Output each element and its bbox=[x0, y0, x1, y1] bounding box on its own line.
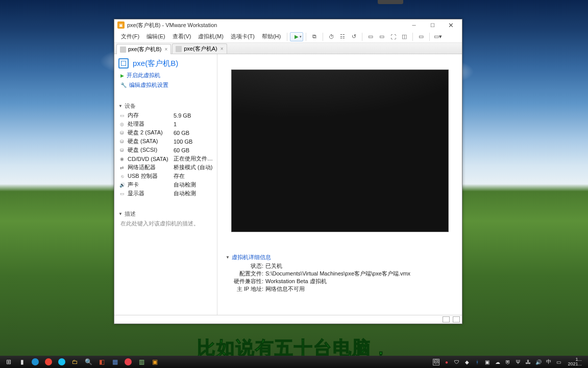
vm-screen-preview[interactable] bbox=[231, 70, 449, 232]
edit-settings-link[interactable]: 🔧 编辑虚拟机设置 bbox=[114, 80, 217, 90]
menu-view[interactable]: 查看(V) bbox=[169, 31, 195, 42]
taskbar-terminal-icon[interactable]: ▮ bbox=[15, 356, 29, 367]
tab-vm-icon bbox=[120, 47, 126, 53]
menubar: 文件(F) 编辑(E) 查看(V) 虚拟机(M) 选项卡(T) 帮助(H) ▶▾… bbox=[114, 31, 462, 43]
detail-key: 配置文件: bbox=[228, 270, 263, 278]
vm-main-pane: ▼ 虚拟机详细信息 状态:已关机配置文件:S:\Documents\Virtua… bbox=[217, 54, 462, 315]
device-row[interactable]: 🔊声卡自动检测 bbox=[118, 180, 213, 189]
disclosure-icon: ▼ bbox=[118, 212, 122, 216]
toolbar-more-icon[interactable]: ▭▾ bbox=[432, 32, 444, 42]
tab-pxe-client-a[interactable]: pxe(客户机A) × bbox=[172, 43, 227, 54]
device-row[interactable]: ◉CD/DVD (SATA)正在使用文件 S:... bbox=[118, 154, 213, 163]
toolbar-suspend-icon[interactable]: ⧉ bbox=[309, 32, 320, 42]
detail-key: 主 IP 地址: bbox=[228, 285, 263, 293]
toolbar-snapshot-manager-icon[interactable]: ☷ bbox=[337, 32, 348, 42]
tray-onedrive-icon[interactable]: ☁ bbox=[494, 359, 501, 365]
vm-details-header[interactable]: ▼ 虚拟机详细信息 bbox=[226, 254, 454, 261]
taskbar-chrome-icon[interactable] bbox=[42, 356, 55, 367]
taskbar-vmware-icon[interactable]: ▣ bbox=[148, 356, 161, 367]
devices-section-header[interactable]: ▼ 设备 bbox=[114, 99, 217, 111]
taskbar-explorer-icon[interactable]: 🗀 bbox=[68, 356, 82, 367]
device-value: 5.9 GB bbox=[174, 112, 213, 119]
device-row[interactable]: ▭内存5.9 GB bbox=[118, 111, 213, 120]
device-value: 自动检测 bbox=[174, 181, 213, 189]
detail-key: 状态: bbox=[228, 262, 263, 270]
separator bbox=[306, 33, 306, 41]
tray-usb-icon[interactable]: Ψ bbox=[514, 359, 521, 365]
toolbar-cycle-icon[interactable]: ▭ bbox=[415, 32, 427, 42]
tab-pxe-client-b[interactable]: pxe(客户机B) × bbox=[116, 44, 171, 54]
maximize-button[interactable]: ☐ bbox=[423, 20, 442, 30]
vm-details-list: 状态:已关机配置文件:S:\Documents\Virtual Machines… bbox=[226, 261, 454, 294]
device-label: 硬盘 2 (SATA) bbox=[128, 129, 174, 136]
device-label: CD/DVD (SATA) bbox=[128, 156, 174, 162]
taskbar-app-icon[interactable]: ▦ bbox=[108, 356, 121, 367]
tray-ime-icon[interactable]: ㍼ bbox=[433, 359, 439, 365]
taskbar-browser-icon[interactable] bbox=[55, 356, 68, 367]
toolbar-unity-icon[interactable]: ▭ bbox=[365, 32, 376, 42]
tray-app-icon[interactable]: ◆ bbox=[463, 359, 470, 365]
tray-network-icon[interactable]: 🖧 bbox=[525, 359, 531, 365]
menu-file[interactable]: 文件(F) bbox=[117, 31, 143, 42]
device-value: 自动检测 bbox=[174, 190, 213, 197]
device-label: 硬盘 (SATA) bbox=[128, 137, 174, 145]
titlebar[interactable]: ▣ pxe(客户机B) - VMware Workstation ─ ☐ ✕ bbox=[114, 19, 462, 31]
start-button[interactable]: ⊞ bbox=[2, 356, 15, 367]
menu-tabs[interactable]: 选项卡(T) bbox=[227, 31, 258, 42]
minimize-button[interactable]: ─ bbox=[405, 20, 423, 30]
description-placeholder[interactable]: 在此处键入对该虚拟机的描述。 bbox=[114, 219, 217, 228]
device-row[interactable]: ▭显示器自动检测 bbox=[118, 189, 213, 198]
menu-vm[interactable]: 虚拟机(M) bbox=[194, 31, 227, 42]
device-row[interactable]: ⛁硬盘 (SATA)100 GB bbox=[118, 137, 213, 146]
taskbar-clock[interactable]: 1... 2021... bbox=[566, 357, 584, 366]
device-row[interactable]: ⛁硬盘 (SCSI)60 GB bbox=[118, 146, 213, 154]
power-on-button[interactable]: ▶▾ bbox=[290, 32, 303, 41]
tray-bluetooth-icon[interactable]: ᚼ bbox=[474, 359, 480, 365]
device-value: 100 GB bbox=[174, 139, 213, 145]
tab-close-icon[interactable]: × bbox=[220, 46, 224, 52]
toolbar-console-icon[interactable]: ▭ bbox=[376, 32, 387, 42]
menu-edit[interactable]: 编辑(E) bbox=[143, 31, 169, 42]
tray-volume-icon[interactable]: 🔊 bbox=[535, 359, 542, 365]
device-icon: ⛁ bbox=[118, 139, 126, 145]
status-devices-icon[interactable] bbox=[453, 316, 460, 323]
toolbar-snapshot-icon[interactable]: ⏱ bbox=[326, 32, 337, 42]
tray-defender-icon[interactable]: ⛨ bbox=[504, 359, 511, 365]
description-section-header[interactable]: ▼ 描述 bbox=[114, 207, 217, 219]
taskbar-record-icon[interactable] bbox=[121, 356, 135, 367]
taskbar-app-icon[interactable]: ◧ bbox=[95, 356, 108, 367]
device-value: 正在使用文件 S:... bbox=[174, 155, 213, 163]
taskbar-edge-icon[interactable] bbox=[29, 356, 42, 367]
separator bbox=[287, 33, 287, 41]
device-label: 硬盘 (SCSI) bbox=[128, 146, 174, 154]
tab-close-icon[interactable]: × bbox=[164, 47, 167, 52]
vm-title-row: pxe(客户机B) bbox=[114, 54, 217, 71]
close-button[interactable]: ✕ bbox=[442, 20, 460, 30]
toolbar-revert-icon[interactable]: ↺ bbox=[348, 32, 359, 42]
device-row[interactable]: ⛁硬盘 2 (SATA)60 GB bbox=[118, 128, 213, 137]
device-row[interactable]: ◎处理器1 bbox=[118, 120, 213, 128]
device-icon: ⎋ bbox=[118, 173, 126, 179]
taskbar-notes-icon[interactable]: ▥ bbox=[135, 356, 148, 367]
detail-value: 已关机 bbox=[265, 262, 282, 270]
separator bbox=[429, 33, 430, 41]
vmware-workstation-window: ▣ pxe(客户机B) - VMware Workstation ─ ☐ ✕ 文… bbox=[114, 19, 462, 324]
status-thumb-icon[interactable] bbox=[443, 316, 450, 323]
tray-record-dot-icon[interactable]: ● bbox=[443, 359, 450, 365]
menu-help[interactable]: 帮助(H) bbox=[258, 31, 284, 42]
tray-ime-lang[interactable]: 中 bbox=[545, 359, 552, 365]
tray-notification-icon[interactable]: ▭ bbox=[555, 359, 562, 365]
windows-taskbar[interactable]: ⊞ ▮ 🗀 🔍 ◧ ▦ ▥ ▣ ㍼ ● 🛡 ◆ ᚼ ▣ ☁ ⛨ Ψ 🖧 🔊 中 … bbox=[0, 356, 588, 368]
device-value: 1 bbox=[174, 121, 213, 127]
power-on-link[interactable]: ▶ 开启此虚拟机 bbox=[114, 71, 217, 80]
toolbar-fullscreen-icon[interactable]: ⛶ bbox=[387, 32, 399, 42]
device-value: 桥接模式 (自动) bbox=[174, 164, 213, 171]
tray-app-icon[interactable]: ▣ bbox=[484, 359, 491, 365]
tray-shield-icon[interactable]: 🛡 bbox=[453, 359, 460, 365]
disclosure-icon: ▼ bbox=[118, 104, 122, 108]
taskbar-search-icon[interactable]: 🔍 bbox=[82, 356, 95, 367]
toolbar-stretch-icon[interactable]: ◫ bbox=[399, 32, 410, 42]
device-row[interactable]: ⎋USB 控制器存在 bbox=[118, 172, 213, 180]
device-row[interactable]: ⇄网络适配器桥接模式 (自动) bbox=[118, 163, 213, 172]
device-icon: ▭ bbox=[118, 191, 126, 197]
